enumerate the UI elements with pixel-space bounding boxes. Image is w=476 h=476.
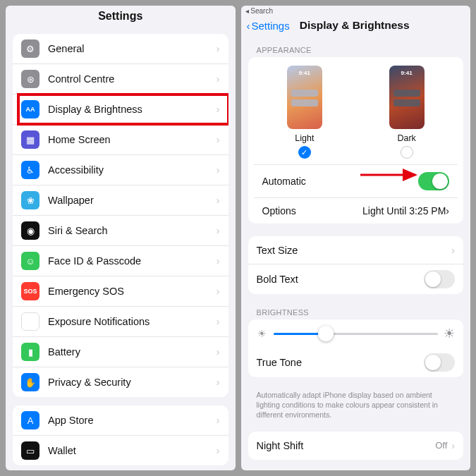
sidebar-item-display-brightness[interactable]: AADisplay & Brightness› — [13, 94, 228, 125]
chevron-right-icon: › — [216, 346, 220, 358]
bold-text-row: Bold Text — [248, 264, 464, 294]
general-icon: ⚙︎ — [21, 39, 39, 58]
chevron-right-icon: › — [451, 245, 455, 256]
dark-thumbnail: 9:41 — [389, 66, 425, 129]
appearance-dark-option[interactable]: 9:41 Dark — [389, 66, 425, 159]
sidebar-item-label: Battery — [48, 346, 216, 358]
sidebar-item-label: General — [48, 43, 216, 54]
chevron-right-icon: › — [216, 134, 220, 145]
chevron-right-icon: › — [451, 440, 455, 451]
sidebar-item-face-id[interactable]: ☺Face ID & Passcode› — [13, 246, 228, 276]
wallet-icon: ▭ — [21, 441, 39, 460]
sidebar-item-label: Siri & Search — [48, 225, 216, 236]
chevron-right-icon: › — [216, 104, 220, 115]
face-id-icon: ☺ — [21, 252, 39, 270]
brightness-group-label: BRIGHTNESS — [241, 303, 471, 319]
back-to-search-hint[interactable]: ◂ Search — [241, 6, 471, 16]
emergency-sos-icon: SOS — [21, 282, 39, 300]
sidebar-item-exposure[interactable]: ✹Exposure Notifications› — [13, 307, 228, 337]
appearance-section: 9:41 Light ✓ 9:41 Dark — [248, 57, 464, 224]
back-button[interactable]: ‹ Settings — [247, 20, 290, 32]
chevron-right-icon: › — [216, 73, 220, 85]
bold-text-toggle[interactable] — [424, 270, 455, 288]
sun-large-icon: ☀︎ — [444, 328, 455, 339]
true-tone-footnote: Automatically adapt iPhone display based… — [241, 386, 471, 427]
battery-icon: ▮ — [21, 343, 39, 361]
detail-title: Display & Brightness — [300, 19, 410, 32]
chevron-right-icon: › — [216, 225, 220, 236]
light-radio-checked[interactable]: ✓ — [298, 146, 311, 159]
sidebar-item-label: Emergency SOS — [48, 286, 216, 297]
true-tone-toggle[interactable] — [424, 353, 455, 372]
sidebar-item-emergency-sos[interactable]: SOSEmergency SOS› — [13, 276, 228, 307]
sidebar-item-control-centre[interactable]: ⊛Control Centre› — [13, 64, 228, 94]
chevron-right-icon: › — [216, 377, 220, 388]
text-size-row[interactable]: Text Size › — [248, 236, 464, 264]
control-centre-icon: ⊛ — [21, 70, 39, 88]
sidebar-item-label: Exposure Notifications — [48, 316, 216, 327]
automatic-label: Automatic — [262, 176, 419, 187]
sidebar-item-label: Wallpaper — [48, 195, 216, 206]
home-screen-icon: ▦ — [21, 130, 39, 149]
chevron-right-icon: › — [216, 255, 220, 267]
chevron-left-icon: ‹ — [247, 20, 250, 32]
sidebar-item-home-screen[interactable]: ▦Home Screen› — [13, 125, 228, 155]
sidebar-item-label: Accessibility — [48, 164, 216, 176]
options-value: Light Until 3:25 PM — [362, 205, 446, 216]
sidebar-item-label: Wallet — [48, 445, 216, 456]
sidebar-item-label: Home Screen — [48, 134, 216, 145]
sidebar-item-label: App Store — [48, 415, 216, 426]
chevron-right-icon: › — [216, 43, 220, 54]
sidebar-item-wallpaper[interactable]: ❀Wallpaper› — [13, 185, 228, 216]
chevron-right-icon: › — [216, 164, 220, 176]
sidebar-item-label: Display & Brightness — [48, 104, 216, 115]
brightness-slider[interactable] — [274, 333, 439, 335]
automatic-toggle[interactable] — [418, 172, 449, 190]
brightness-slider-row: ☀︎ ☀︎ — [248, 319, 464, 348]
sidebar-item-privacy[interactable]: ✋Privacy & Security› — [13, 367, 228, 397]
chevron-right-icon: › — [446, 205, 449, 216]
settings-list-pane: Settings ⚙︎General›⊛Control Centre›AADis… — [6, 6, 236, 470]
appearance-light-option[interactable]: 9:41 Light ✓ — [287, 66, 322, 159]
display-brightness-icon: AA — [21, 100, 39, 118]
sidebar-item-wallet[interactable]: ▭Wallet› — [13, 436, 228, 465]
privacy-icon: ✋ — [21, 373, 39, 391]
wallpaper-icon: ❀ — [21, 191, 39, 209]
sun-small-icon: ☀︎ — [257, 328, 268, 339]
options-row[interactable]: Options Light Until 3:25 PM › — [254, 197, 458, 224]
night-shift-row[interactable]: Night Shift Off › — [248, 432, 464, 460]
sidebar-item-general[interactable]: ⚙︎General› — [13, 34, 228, 64]
sidebar-item-siri-search[interactable]: ◉Siri & Search› — [13, 216, 228, 246]
chevron-right-icon: › — [216, 195, 220, 206]
app-store-icon: A — [21, 411, 39, 429]
accessibility-icon: ♿︎ — [21, 161, 39, 179]
exposure-icon: ✹ — [21, 312, 39, 331]
chevron-right-icon: › — [216, 415, 220, 426]
sidebar-item-label: Face ID & Passcode — [48, 255, 216, 267]
chevron-right-icon: › — [216, 316, 220, 327]
page-title: Settings — [6, 6, 236, 30]
light-thumbnail: 9:41 — [287, 66, 322, 129]
dark-radio-unchecked[interactable] — [401, 146, 413, 159]
true-tone-row: True Tone — [248, 348, 464, 377]
display-brightness-pane: ◂ Search ‹ Settings Display & Brightness… — [241, 6, 471, 470]
chevron-right-icon: › — [216, 286, 220, 297]
sidebar-item-app-store[interactable]: AApp Store› — [13, 405, 228, 436]
appearance-group-label: APPEARANCE — [241, 40, 471, 57]
sidebar-item-label: Privacy & Security — [48, 377, 216, 388]
sidebar-item-battery[interactable]: ▮Battery› — [13, 337, 228, 367]
siri-search-icon: ◉ — [21, 221, 39, 240]
chevron-right-icon: › — [216, 445, 220, 456]
sidebar-item-label: Control Centre — [48, 73, 216, 85]
sidebar-item-accessibility[interactable]: ♿︎Accessibility› — [13, 155, 228, 185]
